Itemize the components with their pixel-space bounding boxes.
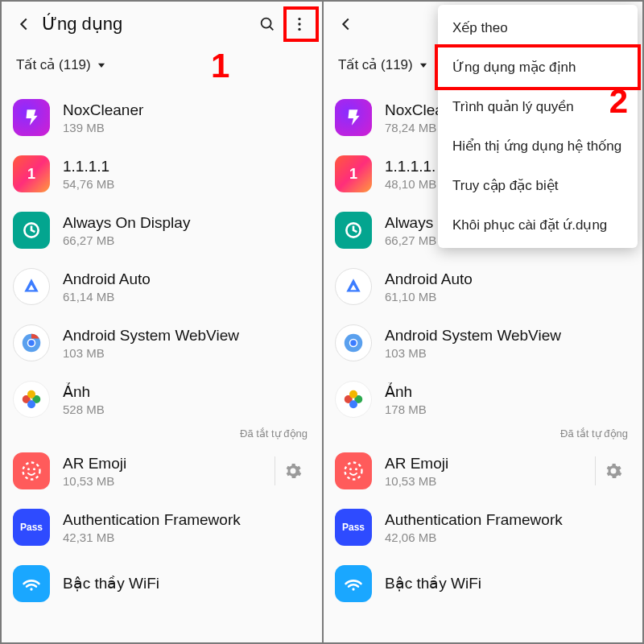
- menu-item-reset-prefs[interactable]: Khôi phục cài đặt ứ.dụng: [438, 205, 638, 245]
- svg-point-13: [27, 400, 35, 408]
- app-row[interactable]: Ảnh178 MB: [324, 371, 642, 427]
- overflow-menu: Xếp theo Ứng dụng mặc định Trình quản lý…: [438, 5, 638, 248]
- app-size: 10,53 MB: [63, 474, 268, 488]
- app-row[interactable]: Bậc thầy WiFi: [2, 555, 322, 612]
- svg-point-9: [28, 340, 35, 346]
- app-size: 66,27 MB: [63, 233, 311, 247]
- app-name: Bậc thầy WiFi: [63, 574, 311, 592]
- menu-item-special-access[interactable]: Truy cập đặc biệt: [438, 166, 638, 205]
- svg-point-17: [30, 588, 32, 590]
- app-icon-authframework: Pass: [13, 509, 50, 546]
- app-icon-1111: 1: [13, 155, 50, 192]
- svg-marker-18: [420, 63, 427, 67]
- svg-point-0: [262, 19, 271, 28]
- app-name: Bậc thầy WiFi: [385, 574, 631, 592]
- svg-point-15: [27, 468, 30, 470]
- app-row[interactable]: Ảnh528 MB: [2, 371, 322, 427]
- app-row[interactable]: Pass Authentication Framework42,06 MB: [324, 499, 642, 555]
- app-settings-button[interactable]: [595, 456, 631, 485]
- app-size: 61,10 MB: [385, 290, 631, 303]
- app-size: 10,53 MB: [385, 474, 588, 488]
- app-icon-aremoji: [13, 452, 50, 489]
- app-name: Android System WebView: [385, 327, 631, 345]
- app-row[interactable]: Android Auto61,14 MB: [2, 258, 322, 315]
- svg-line-1: [270, 27, 273, 30]
- search-button[interactable]: [251, 8, 283, 40]
- svg-point-28: [349, 468, 352, 470]
- app-icon-androidauto: [335, 268, 372, 305]
- app-row[interactable]: Bậc thầy WiFi: [324, 555, 642, 612]
- app-size: 178 MB: [385, 402, 631, 416]
- search-icon: [258, 15, 276, 33]
- app-row[interactable]: Android System WebView103 MB: [324, 315, 642, 371]
- svg-point-12: [27, 390, 35, 398]
- app-row[interactable]: AR Emoji10,53 MB: [2, 443, 322, 499]
- app-name: Android Auto: [385, 270, 631, 288]
- app-name: Ảnh: [385, 382, 631, 401]
- svg-point-14: [23, 463, 40, 480]
- menu-item-permissions[interactable]: Trình quản lý quyền: [438, 87, 638, 126]
- app-name: Always On Display: [63, 214, 311, 232]
- app-icon-webview: [13, 324, 50, 361]
- autostart-disabled-label: Đã tắt tự động: [324, 427, 642, 443]
- app-name: NoxCleaner: [63, 101, 311, 119]
- app-icon-wifi: [13, 565, 50, 602]
- app-header: Ứng dụng: [2, 2, 322, 47]
- back-button[interactable]: [330, 8, 362, 40]
- filter-label: Tất cả (119): [338, 56, 413, 73]
- app-size: 54,76 MB: [63, 177, 311, 191]
- svg-point-22: [350, 340, 357, 346]
- app-icon-1111: 1: [335, 155, 372, 192]
- chevron-down-icon: [96, 60, 107, 71]
- step-number-2: 2: [609, 82, 628, 121]
- menu-item-show-system[interactable]: Hiển thị ứng dụng hệ thống: [438, 126, 638, 166]
- app-size: 528 MB: [63, 402, 311, 416]
- app-row[interactable]: Pass Authentication Framework42,31 MB: [2, 499, 322, 555]
- svg-point-29: [355, 468, 357, 470]
- filter-dropdown[interactable]: Tất cả (119): [2, 47, 322, 85]
- app-name: Authentication Framework: [63, 511, 311, 529]
- app-icon-noxcleaner: [13, 99, 50, 136]
- app-name: Android System WebView: [63, 327, 311, 345]
- app-icon-wifi: [335, 565, 372, 602]
- app-row[interactable]: 1 1.1.1.154,76 MB: [2, 146, 322, 202]
- app-name: Ảnh: [63, 382, 311, 401]
- svg-point-27: [345, 463, 362, 480]
- app-row[interactable]: Android System WebView103 MB: [2, 315, 322, 371]
- svg-point-26: [349, 400, 357, 408]
- app-size: 42,31 MB: [63, 530, 311, 544]
- app-icon-aremoji: [335, 452, 372, 489]
- app-icon-webview: [335, 324, 372, 361]
- gear-icon: [604, 461, 623, 481]
- app-size: 103 MB: [63, 346, 311, 360]
- chevron-left-icon: [337, 15, 355, 33]
- app-name: Authentication Framework: [385, 511, 631, 529]
- app-size: 61,14 MB: [63, 290, 311, 303]
- app-icon-androidauto: [13, 268, 50, 305]
- app-settings-button[interactable]: [275, 456, 311, 485]
- screenshot-step-2: 2 Tất cả (119) Xếp theo Ứng dụng mặc địn…: [322, 2, 642, 642]
- app-size: 103 MB: [385, 346, 631, 360]
- app-name: AR Emoji: [63, 455, 268, 473]
- app-row[interactable]: AR Emoji10,53 MB: [324, 443, 642, 499]
- step-number-1: 1: [211, 47, 229, 85]
- app-icon-photos: [13, 381, 50, 418]
- page-title: Ứng dụng: [42, 14, 122, 35]
- app-row[interactable]: Android Auto61,10 MB: [324, 258, 642, 315]
- app-row[interactable]: Always On Display66,27 MB: [2, 202, 322, 258]
- app-name: AR Emoji: [385, 455, 588, 473]
- app-row[interactable]: NoxCleaner139 MB: [2, 89, 322, 146]
- autostart-disabled-label: Đã tắt tự động: [2, 427, 322, 443]
- svg-point-30: [352, 588, 354, 590]
- back-button[interactable]: [8, 8, 40, 40]
- filter-label: Tất cả (119): [16, 56, 91, 73]
- app-icon-noxcleaner: [335, 99, 372, 136]
- app-size: 139 MB: [63, 121, 311, 134]
- gear-icon: [283, 461, 303, 481]
- svg-point-25: [349, 390, 357, 398]
- screenshot-step-1: 1 Ứng dụng Tất cả (119) NoxCleaner139 MB…: [2, 2, 322, 642]
- step-highlight-box: [283, 6, 319, 42]
- menu-item-sort[interactable]: Xếp theo: [438, 8, 638, 47]
- app-name: 1.1.1.1: [63, 158, 311, 175]
- app-icon-authframework: Pass: [335, 509, 372, 546]
